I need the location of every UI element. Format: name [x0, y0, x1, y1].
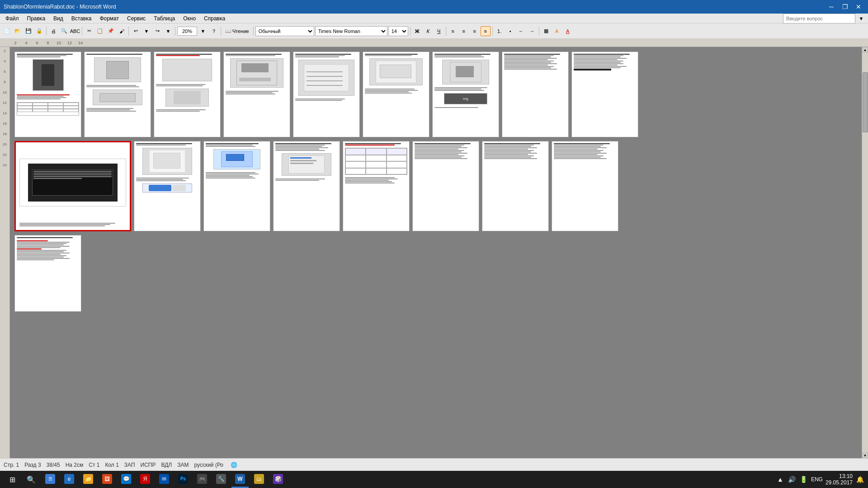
open-button[interactable]: 📂 [13, 26, 23, 36]
status-pages: 38/45 [47, 462, 60, 468]
increase-indent-button[interactable]: → [527, 26, 537, 36]
redo-dropdown-button[interactable]: ▼ [163, 26, 173, 36]
font-color-button[interactable]: A [563, 26, 573, 36]
align-right-button[interactable]: ≡ [470, 26, 480, 36]
format-painter-button[interactable]: 🖌 [117, 26, 127, 36]
taskbar-task-view[interactable]: ☰ [42, 471, 59, 488]
spelling-button[interactable]: ABC [70, 26, 80, 36]
bold-button[interactable]: Ж [412, 26, 422, 36]
undo-dropdown-button[interactable]: ▼ [142, 26, 151, 36]
numbering-button[interactable]: 1. [495, 26, 505, 36]
paste-button[interactable]: 📌 [106, 26, 116, 36]
taskbar-edge[interactable]: e [61, 471, 78, 488]
start-button[interactable]: ⊞ [4, 471, 21, 488]
zoom-help-button[interactable]: ? [209, 26, 219, 36]
menu-help[interactable]: Справка [200, 14, 229, 23]
underline-button[interactable]: Ч [434, 26, 444, 36]
save-button[interactable]: 💾 [24, 26, 33, 36]
highlight-button[interactable]: A [552, 26, 562, 36]
scroll-up-arrow[interactable]: ▲ [863, 47, 868, 52]
page-thumbnail-11[interactable] [134, 141, 201, 231]
restore-button[interactable]: ❐ [839, 2, 851, 11]
taskbar-yandex[interactable]: Я [137, 471, 154, 488]
page-thumbnail-8[interactable] [502, 52, 569, 137]
menu-table[interactable]: Таблица [150, 14, 179, 23]
page-thumbnail-9[interactable] [571, 52, 638, 137]
menu-view[interactable]: Вид [50, 14, 67, 23]
minimize-button[interactable]: ─ [826, 2, 837, 11]
sep10 [539, 27, 539, 36]
sep5 [221, 27, 221, 36]
menu-window[interactable]: Окно [179, 14, 199, 23]
taskbar-skype[interactable]: 💬 [118, 471, 135, 488]
italic-button[interactable]: К [423, 26, 433, 36]
page-thumbnail-2[interactable] [84, 52, 151, 137]
help-search-input[interactable] [783, 14, 855, 23]
zoom-input[interactable] [177, 27, 197, 36]
page-thumbnail-17[interactable] [552, 141, 618, 231]
menu-format[interactable]: Формат [96, 14, 123, 23]
cut-button[interactable]: ✂ [84, 26, 94, 36]
vertical-scrollbar[interactable]: ▲ ▼ [862, 47, 868, 458]
align-left-button[interactable]: ≡ [448, 26, 458, 36]
taskbar-mail[interactable]: ✉ [156, 471, 173, 488]
status-ispr: ИСПР [141, 462, 156, 468]
align-justify-button[interactable]: ≡ [481, 26, 491, 36]
taskbar-photos[interactable]: 🖼 [99, 471, 116, 488]
page-thumbnail-16[interactable] [482, 141, 549, 231]
taskbar-photoshop[interactable]: Ps [175, 471, 192, 488]
notification-icon[interactable]: 🔔 [855, 475, 864, 484]
permission-button[interactable]: 🔒 [34, 26, 44, 36]
lang-indicator[interactable]: ENG [811, 476, 823, 483]
menu-insert[interactable]: Вставка [68, 14, 95, 23]
reading-mode-button[interactable]: 📖 Чтение [223, 27, 251, 35]
menu-edit[interactable]: Правка [24, 14, 49, 23]
redo-button[interactable]: ↪ [152, 26, 162, 36]
page-thumbnail-5[interactable] [293, 52, 360, 137]
font-dropdown[interactable]: Times New Roman [315, 26, 387, 36]
page-thumbnail-6[interactable] [363, 52, 429, 137]
system-clock[interactable]: 13:10 29.05.2017 [826, 473, 853, 486]
taskbar-tool[interactable]: 🔧 [212, 471, 230, 488]
battery-icon[interactable]: 🔋 [799, 475, 808, 484]
page-thumbnail-12[interactable] [203, 141, 270, 231]
taskbar-explorer[interactable]: 📁 [80, 471, 97, 488]
network-icon[interactable]: ▲ [776, 475, 785, 484]
page-thumbnail-14[interactable] [343, 141, 410, 231]
help-dropdown-button[interactable]: ▼ [856, 14, 866, 23]
page-thumbnail-13[interactable] [273, 141, 340, 231]
taskbar-word[interactable]: W [231, 471, 249, 488]
scroll-down-arrow[interactable]: ▼ [863, 453, 868, 458]
menu-tools[interactable]: Сервис [123, 14, 149, 23]
copy-button[interactable]: 📋 [95, 26, 105, 36]
close-button[interactable]: ✕ [853, 2, 864, 11]
decrease-indent-button[interactable]: ← [516, 26, 526, 36]
new-button[interactable]: 📄 [2, 26, 12, 36]
taskbar-folder2[interactable]: 🗂 [250, 471, 268, 488]
taskbar-game[interactable]: 🎮 [193, 471, 211, 488]
style-dropdown[interactable]: Обычный [255, 26, 314, 36]
zoom-dropdown-button[interactable]: ▼ [198, 26, 208, 36]
menu-file[interactable]: Файл [2, 14, 23, 23]
print-preview-button[interactable]: 🔍 [59, 26, 69, 36]
font-size-dropdown[interactable]: 14 [388, 26, 408, 36]
taskbar-3d[interactable]: 🎲 [269, 471, 287, 488]
title-bar: ShablonOformleniaRabot.doc - Microsoft W… [0, 0, 868, 14]
bullets-button[interactable]: • [505, 26, 515, 36]
page-thumbnail-10[interactable] [14, 141, 131, 231]
vruler-16: 16 [3, 122, 7, 126]
align-center-button[interactable]: ≡ [459, 26, 469, 36]
print-button[interactable]: 🖨 [48, 26, 58, 36]
search-button[interactable]: 🔍 [23, 471, 40, 488]
page-thumbnail-7[interactable]: img [432, 52, 499, 137]
page-thumbnail-15[interactable] [412, 141, 479, 231]
page-thumbnail-18[interactable] [14, 235, 81, 312]
scrollbar-thumb[interactable] [863, 72, 868, 132]
outside-border-button[interactable]: ▦ [541, 26, 551, 36]
page-thumbnail-3[interactable] [154, 52, 221, 137]
document-area[interactable]: img [10, 47, 862, 458]
undo-button[interactable]: ↩ [131, 26, 141, 36]
sound-icon[interactable]: 🔊 [788, 475, 797, 484]
page-thumbnail-4[interactable] [223, 52, 290, 137]
page-thumbnail-1[interactable] [14, 52, 81, 137]
